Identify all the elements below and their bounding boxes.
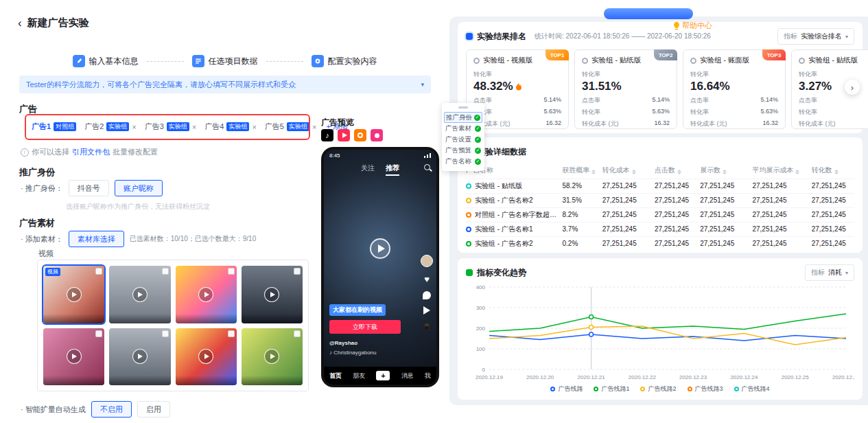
avatar[interactable] bbox=[421, 255, 433, 267]
legend-item[interactable]: 广告线路1 bbox=[594, 385, 629, 393]
tab-ad-5[interactable]: 广告5 实验组 × bbox=[265, 122, 317, 132]
series-radio-icon[interactable] bbox=[466, 198, 471, 203]
video-thumbnail[interactable]: 视频 bbox=[43, 266, 104, 323]
video-thumbnail[interactable] bbox=[242, 266, 303, 323]
material-library-button[interactable]: 素材库选择 bbox=[69, 231, 124, 247]
video-play-icon[interactable] bbox=[370, 238, 390, 259]
table-row[interactable]: 实验组 - 广告名称2 31.5%27,251,24527,251,24527,… bbox=[466, 193, 854, 207]
clipped-button[interactable] bbox=[604, 8, 693, 19]
smart-off-option[interactable]: 不启用 bbox=[91, 401, 132, 418]
checkbox[interactable] bbox=[162, 268, 169, 275]
huoshan-icon[interactable] bbox=[354, 129, 366, 141]
series-radio-icon[interactable] bbox=[466, 183, 471, 189]
tab-ad-3[interactable]: 广告3 实验组 × bbox=[145, 122, 197, 132]
back-button[interactable]: ‹ bbox=[18, 17, 22, 29]
search-icon[interactable] bbox=[424, 164, 430, 170]
create-button[interactable]: + bbox=[376, 371, 390, 380]
tab-follow[interactable]: 关注 bbox=[361, 163, 375, 176]
col-conversion-cost[interactable]: 转化成本 bbox=[602, 162, 655, 179]
play-icon[interactable] bbox=[67, 349, 82, 364]
series-radio-icon[interactable] bbox=[466, 241, 471, 247]
file-package-link[interactable]: 引用文件包 bbox=[72, 147, 110, 157]
rank-card-top2[interactable]: TOP2 实验组 - 贴纸版 转化率 31.51% 点击率5.14% 转化率5.… bbox=[574, 49, 677, 129]
nav-friends[interactable]: 朋友 bbox=[353, 371, 365, 380]
music-disc-icon[interactable] bbox=[422, 321, 432, 331]
checklist-item-name[interactable]: 广告名称 ✓ bbox=[445, 156, 481, 167]
tab-ad-1[interactable]: 广告1 对照组 bbox=[32, 122, 76, 132]
legend-item[interactable]: 广告线路3 bbox=[688, 385, 723, 393]
radio-icon[interactable] bbox=[690, 58, 696, 64]
play-icon[interactable] bbox=[198, 349, 213, 364]
nav-home[interactable]: 首页 bbox=[329, 371, 342, 380]
play-icon[interactable] bbox=[198, 287, 213, 302]
radio-icon[interactable] bbox=[799, 58, 805, 64]
account-nickname-option[interactable]: 账户昵称 bbox=[115, 180, 163, 196]
checkbox[interactable] bbox=[95, 330, 102, 337]
sort-icon[interactable] bbox=[723, 170, 727, 174]
help-center-link[interactable]: 帮助中心 bbox=[673, 21, 712, 31]
close-icon[interactable]: × bbox=[192, 123, 196, 131]
play-icon[interactable] bbox=[132, 287, 148, 302]
sort-icon[interactable] bbox=[677, 170, 681, 174]
legend-item[interactable]: 广告线路2 bbox=[640, 385, 676, 393]
series-radio-icon[interactable] bbox=[466, 212, 471, 218]
checkbox[interactable] bbox=[294, 330, 301, 337]
checkbox[interactable] bbox=[162, 330, 169, 337]
douyin-icon[interactable]: ♪ bbox=[321, 129, 333, 141]
chevron-down-icon[interactable]: ▾ bbox=[421, 81, 424, 88]
trend-metric-select[interactable]: 指标 消耗 ▾ bbox=[805, 264, 854, 281]
series-radio-icon[interactable] bbox=[466, 227, 471, 232]
checkbox[interactable] bbox=[95, 268, 102, 275]
checkbox[interactable] bbox=[228, 268, 235, 275]
download-cta-button[interactable]: 立即下载 bbox=[329, 320, 401, 334]
col-clicks[interactable]: 点击数 bbox=[655, 162, 700, 179]
play-icon[interactable] bbox=[67, 287, 82, 302]
close-icon[interactable]: × bbox=[252, 123, 256, 131]
video-thumbnail[interactable] bbox=[109, 266, 170, 323]
comment-icon[interactable] bbox=[423, 291, 431, 299]
checklist-item-settings[interactable]: 广告设置 ✓ bbox=[445, 134, 481, 145]
close-icon[interactable]: × bbox=[132, 123, 136, 131]
toutiao-icon[interactable] bbox=[338, 129, 350, 141]
tab-ad-4[interactable]: 广告4 实验组 × bbox=[204, 122, 257, 132]
rank-card-top3[interactable]: TOP3 实验组 - 账面版 转化率 16.64% 点击率5.14% 转化率5.… bbox=[683, 49, 786, 129]
play-icon[interactable] bbox=[264, 287, 279, 302]
sort-icon[interactable] bbox=[591, 170, 596, 174]
col-conversions[interactable]: 转化数 bbox=[812, 162, 854, 179]
col-win-rate[interactable]: 获胜概率 bbox=[562, 162, 602, 179]
smart-on-option[interactable]: 启用 bbox=[137, 401, 170, 418]
video-thumbnail[interactable] bbox=[242, 328, 303, 386]
video-thumbnail[interactable] bbox=[176, 328, 237, 386]
col-avg-impression-cost[interactable]: 平均展示成本 bbox=[752, 162, 811, 179]
checklist-item-budget[interactable]: 广告预算 ✓ bbox=[445, 145, 481, 156]
nav-me[interactable]: 我 bbox=[425, 371, 431, 380]
radio-icon[interactable] bbox=[473, 58, 480, 64]
xigua-icon[interactable] bbox=[371, 129, 383, 141]
checkbox[interactable] bbox=[228, 330, 235, 337]
play-icon[interactable] bbox=[264, 349, 279, 364]
legend-item[interactable]: 广告线路 bbox=[550, 385, 583, 393]
ranking-metric-select[interactable]: 指标 实验综合排名 ▾ bbox=[777, 28, 854, 45]
table-row[interactable]: 实验组 - 广告名称1 3.7%27,251,24527,251,24527,2… bbox=[466, 222, 854, 236]
like-icon[interactable]: ♥ bbox=[424, 275, 430, 284]
close-icon[interactable]: × bbox=[312, 123, 316, 131]
legend-item[interactable]: 广告线路4 bbox=[734, 385, 770, 393]
radio-icon[interactable] bbox=[582, 58, 588, 64]
video-thumbnail[interactable] bbox=[176, 266, 237, 323]
col-impressions[interactable]: 展示数 bbox=[700, 162, 752, 179]
drag-handle[interactable] bbox=[458, 106, 468, 108]
video-thumbnail[interactable] bbox=[109, 328, 170, 386]
table-row[interactable]: 实验组 - 贴纸版 58.2%27,251,24527,251,24527,25… bbox=[466, 179, 854, 193]
sort-icon[interactable] bbox=[795, 170, 799, 174]
tab-ad-2[interactable]: 广告2 实验组 × bbox=[84, 122, 137, 132]
share-icon[interactable] bbox=[423, 306, 430, 315]
checklist-item-identity[interactable]: 推广身份 ✓ bbox=[444, 112, 482, 123]
next-page-button[interactable]: › bbox=[845, 80, 860, 95]
table-row[interactable]: 实验组 - 广告名称2 0.2%27,251,24527,251,24527,2… bbox=[466, 236, 854, 251]
checklist-item-material[interactable]: 广告素材 ✓ bbox=[445, 123, 481, 134]
sort-icon[interactable] bbox=[834, 170, 838, 174]
video-thumbnail[interactable] bbox=[43, 328, 104, 386]
tab-recommend[interactable]: 推荐 bbox=[386, 163, 399, 176]
douyin-account-option[interactable]: 抖音号 bbox=[69, 180, 109, 196]
checkbox[interactable] bbox=[294, 268, 301, 275]
